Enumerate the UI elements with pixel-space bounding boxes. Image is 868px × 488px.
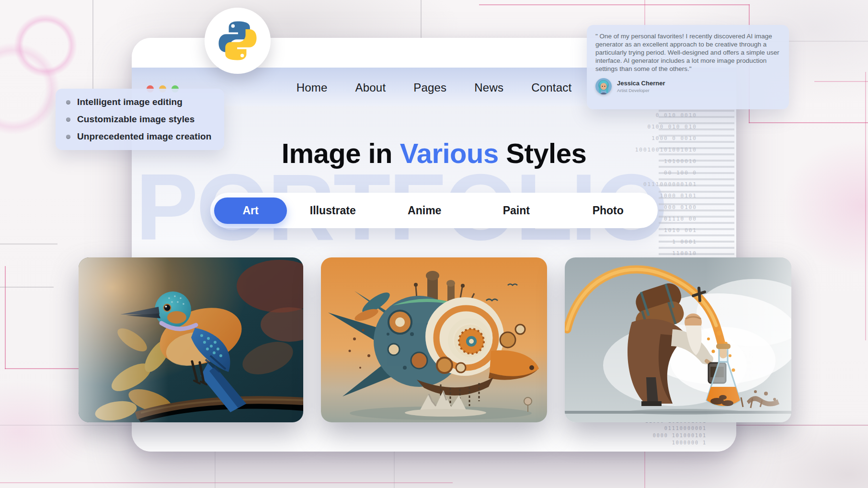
grid-line [0, 244, 57, 244]
nav-item-news[interactable]: News [474, 81, 503, 94]
grid-line [749, 122, 868, 123]
nav-item-pages[interactable]: Pages [413, 81, 446, 94]
feature-label: Intelligent image editing [77, 97, 183, 107]
person-meta: Jessica Cherner Artist Developer [617, 80, 665, 93]
nav-item-home[interactable]: Home [297, 81, 328, 94]
feature-label: Unprecedented image creation [77, 131, 212, 142]
page-title-prefix: Image in [282, 138, 400, 169]
gallery-image-fish[interactable] [321, 257, 547, 422]
tab-art[interactable]: Art [214, 198, 287, 224]
person-name: Jessica Cherner [617, 80, 665, 87]
feature-item: Unprecedented image creation [66, 131, 214, 142]
person-role: Artist Developer [617, 88, 665, 93]
page-title-suffix: Styles [499, 138, 587, 169]
grid-line [814, 81, 868, 82]
grid-line [0, 482, 453, 483]
style-tabs: Art Illustrate Anime Paint Photo [210, 193, 658, 228]
nav-item-about[interactable]: About [355, 81, 386, 94]
gallery-image-alchemist[interactable] [565, 257, 791, 422]
testimonial-person: Jessica Cherner Artist Developer [595, 78, 780, 94]
tab-paint[interactable]: Paint [470, 198, 562, 224]
fish-illustration [321, 257, 547, 422]
bullet-icon [66, 117, 70, 122]
bullet-icon [66, 100, 70, 105]
testimonial-card: " One of my personal favorites! I recent… [587, 25, 789, 109]
avatar [595, 78, 612, 94]
page-background: PORTFOLIO 0 010 0010 0100 010 010 1000 0… [0, 0, 868, 488]
page-title-highlight: Various [400, 138, 499, 169]
tab-illustrate[interactable]: Illustrate [287, 198, 379, 224]
image-left-fade-overlay [79, 257, 303, 422]
tab-photo[interactable]: Photo [562, 198, 654, 224]
grid-line [5, 368, 84, 369]
grid-line [0, 287, 54, 288]
testimonial-quote: " One of my personal favorites! I recent… [595, 32, 780, 73]
feature-item: Customizable image styles [66, 114, 214, 125]
site-logo[interactable] [205, 8, 271, 74]
feature-label: Customizable image styles [77, 114, 194, 125]
grid-line [5, 266, 6, 369]
feature-item: Intelligent image editing [66, 97, 214, 107]
image-right-fade-overlay [565, 257, 791, 422]
nav-item-contact[interactable]: Contact [531, 81, 571, 94]
python-icon [216, 19, 260, 63]
tab-anime[interactable]: Anime [379, 198, 471, 224]
grid-line [92, 0, 93, 89]
grid-line [865, 72, 866, 340]
gallery-row [79, 257, 790, 422]
bullet-icon [66, 135, 70, 139]
features-card: Intelligent image editing Customizable i… [56, 89, 224, 150]
grid-line [479, 4, 750, 5]
gallery-image-bird[interactable] [79, 257, 303, 422]
avatar-illustration [595, 78, 612, 94]
